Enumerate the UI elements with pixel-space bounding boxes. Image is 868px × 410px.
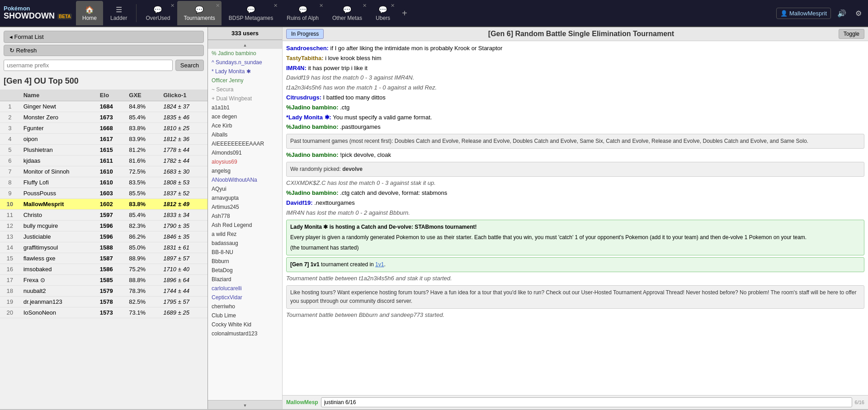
user-item[interactable]: badassaug [208, 239, 282, 248]
table-row[interactable]: 4oipon161783.9%1812 ± 36 [0, 134, 208, 145]
add-tab-button[interactable]: + [397, 6, 412, 20]
nav-tab-ladder[interactable]: ☰ Ladder [104, 1, 133, 25]
user-item[interactable]: Club Lime [208, 311, 282, 320]
close-ubers-icon[interactable]: ✕ [391, 3, 395, 9]
nav-tab-overused[interactable]: 💬 OverUsed ✕ [139, 1, 176, 25]
user-item[interactable]: + Dual Wingbeat [208, 94, 282, 103]
scroll-down-button[interactable] [208, 400, 282, 409]
user-item[interactable]: CepticxVidar [208, 293, 282, 302]
in-progress-tab[interactable]: In Progress [286, 29, 324, 39]
username-button[interactable]: 👤 MallowMesprit [776, 8, 831, 19]
format-list-button[interactable]: ◂ Format List [4, 31, 204, 43]
user-item[interactable]: a wild Rez [208, 230, 282, 239]
table-row[interactable]: 18nuubalt2157978.3%1744 ± 44 [0, 286, 208, 297]
user-item[interactable]: % Jadino bambino [208, 49, 282, 58]
toggle-button[interactable]: Toggle [839, 29, 864, 39]
table-row[interactable]: 6kjdaas161181.6%1782 ± 44 [0, 156, 208, 166]
close-overused-icon[interactable]: ✕ [170, 3, 175, 9]
scroll-up-button[interactable] [208, 40, 282, 49]
table-row[interactable]: 17Frexa ⊙158588.8%1896 ± 64 [0, 275, 208, 286]
cell-name: Fluffy Lofi [20, 177, 96, 188]
user-item[interactable]: BetaDog [208, 266, 282, 275]
table-row[interactable]: 13Justiciable159686.2%1846 ± 35 [0, 231, 208, 242]
user-item[interactable]: aloysius69 [208, 157, 282, 166]
nav-tab-ubers[interactable]: 💬 Ubers ✕ [369, 1, 396, 25]
chat-line: t1a2n3i4s5h6 has won the match 1 - 0 aga… [286, 83, 864, 93]
table-row[interactable]: 16imsobaked158675.2%1710 ± 40 [0, 264, 208, 275]
user-item[interactable]: arnavgupta [208, 193, 282, 203]
user-item[interactable]: ~ Secura [208, 85, 282, 94]
search-button[interactable]: Search [175, 60, 204, 71]
user-item[interactable]: AQyui [208, 184, 282, 193]
table-row[interactable]: 14graffitimysoul158885.0%1831 ± 61 [0, 242, 208, 253]
user-item[interactable]: a1a1b1 [208, 103, 282, 112]
close-othermetas-icon[interactable]: ✕ [363, 3, 367, 9]
cell-rank: 19 [0, 297, 20, 307]
user-item[interactable]: Ace Kirb [208, 121, 282, 130]
chat-line: We randomly picked: devolve [286, 162, 864, 177]
user-item[interactable]: ANoobWithoutANa [208, 175, 282, 184]
nav-tab-home[interactable]: 🏠 Home [76, 1, 103, 25]
close-bdsp-icon[interactable]: ✕ [274, 3, 278, 9]
table-row[interactable]: 12bully mcguire159682.3%1790 ± 35 [0, 221, 208, 231]
nav-tab-ruins[interactable]: 💬 Ruins of Alph ✕ [280, 1, 325, 25]
cell-elo: 1615 [96, 145, 125, 156]
table-row[interactable]: 15flawless gxe158788.9%1897 ± 57 [0, 253, 208, 264]
user-item[interactable]: Cocky White Kid [208, 320, 282, 329]
user-item[interactable]: ace degen [208, 112, 282, 121]
cell-glicko: 1683 ± 30 [160, 166, 208, 177]
user-item[interactable]: Artimus245 [208, 203, 282, 212]
user-item[interactable]: cherriwho [208, 302, 282, 311]
cell-glicko: 1831 ± 61 [160, 242, 208, 253]
cell-glicko: 1824 ± 37 [160, 101, 208, 112]
user-item[interactable]: * Lady Monita ✱ [208, 67, 282, 76]
user-item[interactable]: Bbburn [208, 257, 282, 266]
table-row[interactable]: 10MallowMesprit160283.8%1812 ± 49 [0, 199, 208, 210]
nav-tab-tournaments[interactable]: 💬 Tournaments ✕ [177, 1, 221, 25]
table-row[interactable]: 11Christo159785.4%1833 ± 34 [0, 210, 208, 221]
cell-rank: 4 [0, 134, 20, 145]
user-item[interactable]: Officer Jenny [208, 76, 282, 85]
user-item[interactable]: Blaziard [208, 275, 282, 284]
table-row[interactable]: 3Fgunter166883.8%1810 ± 25 [0, 123, 208, 134]
user-item[interactable]: colonalmustard123 [208, 329, 282, 338]
table-row[interactable]: 8Fluffy Lofi161083.5%1808 ± 53 [0, 177, 208, 188]
search-input[interactable] [4, 60, 173, 71]
user-item[interactable]: Almonds091 [208, 148, 282, 157]
table-row[interactable]: 2Monster Zero167385.4%1835 ± 46 [0, 112, 208, 123]
logo-showdown: SHOWDOWN [4, 12, 55, 21]
table-row[interactable]: 19dr.jeanman123157882.5%1795 ± 57 [0, 297, 208, 307]
user-item[interactable]: Ash778 [208, 212, 282, 221]
col-name: Name [20, 90, 96, 101]
user-item[interactable]: Ash Red Legend [208, 221, 282, 230]
table-row[interactable]: 7Monitor of Sinnoh161072.5%1683 ± 30 [0, 166, 208, 177]
nav-tab-ruins-label: Ruins of Alph [287, 15, 319, 21]
settings-button[interactable]: ⚙ [853, 7, 864, 19]
user-item[interactable]: ^ Sundays.n_sundae [208, 58, 282, 67]
table-row[interactable]: 5Plushietran161581.2%1778 ± 44 [0, 145, 208, 156]
chat-greenbox-link[interactable]: [Gen 7] 1v1 tournament created in 1v1. [286, 257, 864, 272]
table-row[interactable]: 20IoSonoNeon157373.1%1689 ± 25 [0, 307, 208, 318]
user-item[interactable]: carlolucarelli [208, 284, 282, 293]
nav-tab-bdsp[interactable]: 💬 BDSP Metagames ✕ [222, 1, 280, 25]
table-row[interactable]: 9PoussPouss160385.5%1837 ± 52 [0, 188, 208, 199]
table-row[interactable]: 1Ginger Newt168484.8%1824 ± 37 [0, 101, 208, 112]
user-count: 333 users [208, 27, 282, 40]
refresh-button[interactable]: ↻ Refresh [4, 45, 204, 56]
chat-line: %Jadino bambino: .ctg catch and devolve,… [286, 189, 864, 198]
user-item[interactable]: AIEEEEEEEEEAAAR [208, 139, 282, 148]
close-tournaments-icon[interactable]: ✕ [216, 3, 220, 9]
user-item[interactable]: BB-8-NU [208, 248, 282, 257]
logo-area: Pokémon SHOWDOWN BETA [4, 5, 76, 21]
leaderboard-table-wrap[interactable]: Name Elo GXE Glicko-1 1Ginger Newt168484… [0, 90, 208, 409]
user-item[interactable]: angelsg [208, 166, 282, 175]
speaker-button[interactable]: 🔊 [835, 7, 849, 19]
user-list[interactable]: % Jadino bambino^ Sundays.n_sundae* Lady… [208, 49, 282, 400]
nav-tab-othermetas[interactable]: 💬 Other Metas ✕ [326, 1, 368, 25]
table-header-row: Name Elo GXE Glicko-1 [0, 90, 208, 101]
chat-input[interactable] [321, 397, 852, 407]
cell-name: Monitor of Sinnoh [20, 166, 96, 177]
chat-scroll[interactable]: Sandroeschen: if I go after liking the i… [283, 41, 868, 395]
user-item[interactable]: Aiballs [208, 130, 282, 139]
close-ruins-icon[interactable]: ✕ [319, 3, 323, 9]
